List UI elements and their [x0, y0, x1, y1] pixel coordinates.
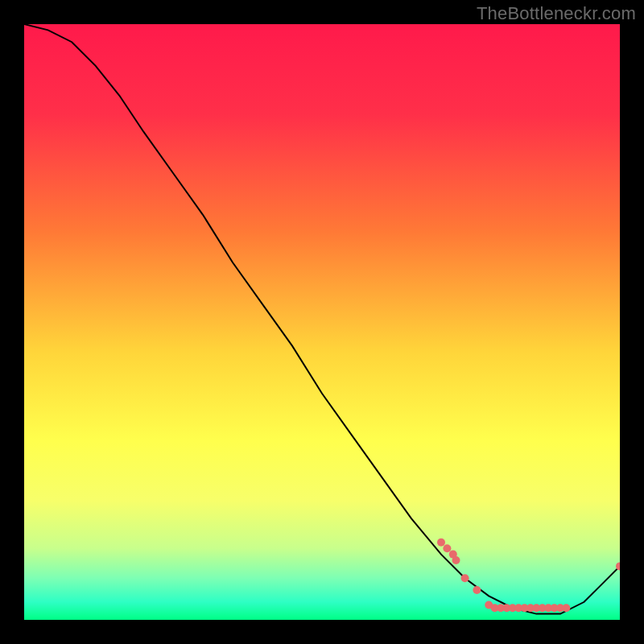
- data-marker: [461, 574, 469, 582]
- watermark-text: TheBottleneckr.com: [477, 3, 636, 24]
- data-marker: [562, 604, 570, 612]
- data-marker: [452, 556, 460, 564]
- chart-svg: [24, 24, 620, 620]
- chart-background: [24, 24, 620, 620]
- chart-frame: TheBottleneckr.com: [0, 0, 644, 644]
- data-marker: [437, 539, 445, 547]
- data-marker: [443, 544, 451, 552]
- plot-area: [24, 24, 620, 620]
- data-marker: [473, 586, 481, 594]
